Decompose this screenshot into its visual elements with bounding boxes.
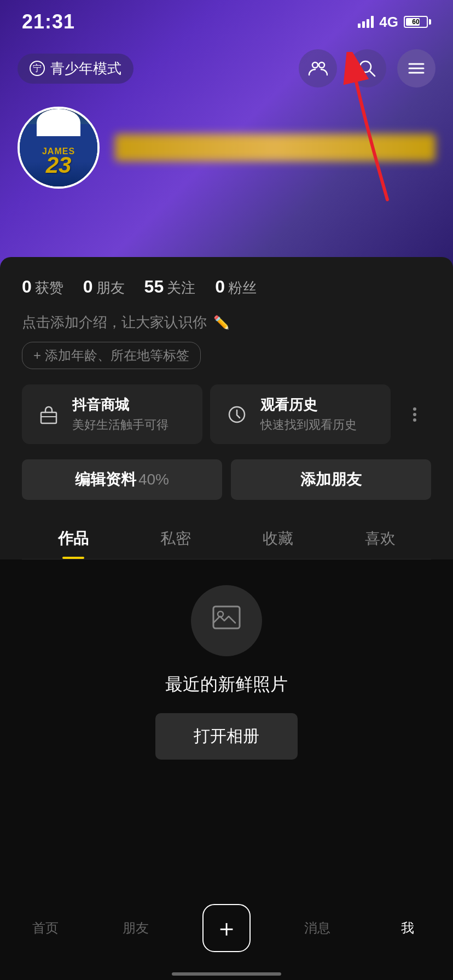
plus-icon: ＋ (214, 916, 239, 940)
stat-likes[interactable]: 0 获赞 (22, 277, 63, 298)
bio-text[interactable]: 点击添加介绍，让大家认识你 ✏️ (22, 313, 431, 332)
stat-friends[interactable]: 0 朋友 (83, 277, 125, 298)
bottom-nav: 首页 朋友 ＋ 消息 我 (0, 892, 453, 980)
svg-rect-13 (213, 606, 240, 628)
svg-point-1 (319, 62, 324, 68)
svg-point-2 (360, 61, 371, 72)
history-icon (223, 401, 251, 428)
svg-point-0 (312, 62, 318, 68)
signal-icon (358, 16, 374, 28)
stat-following[interactable]: 55 关注 (144, 277, 196, 298)
search-icon-button[interactable] (348, 49, 386, 88)
player-hood (37, 109, 80, 136)
empty-state: 最近的新鲜照片 打开相册 (0, 552, 453, 792)
nav-right-icons (299, 49, 435, 88)
stat-followers[interactable]: 0 粉丝 (215, 277, 257, 298)
profile-section: JAMES 23 (0, 107, 453, 189)
empty-title: 最近的新鲜照片 (165, 673, 288, 697)
add-tags-button[interactable]: + 添加年龄、所在地等标签 (22, 342, 201, 369)
status-icons: 4G 60 (358, 14, 431, 31)
feature-row: 抖音商城 美好生活触手可得 观看历史 快速找到观看历史 (22, 384, 431, 444)
youth-mode-button[interactable]: 宁 青少年模式 (18, 54, 133, 84)
history-card[interactable]: 观看历史 快速找到观看历史 (210, 384, 391, 444)
empty-icon-circle (191, 585, 262, 656)
search-icon (358, 59, 376, 78)
battery-icon: 60 (404, 16, 431, 28)
network-type: 4G (379, 14, 398, 31)
edit-profile-button[interactable]: 编辑资料 40% (22, 459, 222, 500)
avatar-row: JAMES 23 (18, 107, 435, 189)
stats-row: 0 获赞 0 朋友 55 关注 0 粉丝 (22, 277, 431, 298)
svg-point-11 (413, 413, 416, 416)
action-buttons: 编辑资料 40% 添加朋友 (22, 459, 431, 500)
shop-card[interactable]: 抖音商城 美好生活触手可得 (22, 384, 202, 444)
shop-text: 抖音商城 美好生活触手可得 (72, 395, 169, 433)
top-nav: 宁 青少年模式 (0, 46, 453, 90)
svg-rect-7 (41, 412, 56, 423)
username-blurred (115, 134, 435, 161)
hamburger-icon (407, 59, 426, 78)
status-time: 21:31 (22, 10, 75, 33)
nav-me[interactable]: 我 (362, 919, 453, 937)
friends-icon-button[interactable] (299, 49, 337, 88)
menu-icon-button[interactable] (397, 49, 435, 88)
shop-icon (35, 401, 62, 428)
avatar-image: JAMES 23 (20, 109, 97, 186)
add-friend-button[interactable]: 添加朋友 (231, 459, 431, 500)
open-album-button[interactable]: 打开相册 (155, 713, 298, 760)
edit-bio-icon: ✏️ (213, 315, 230, 330)
image-placeholder-icon (211, 602, 242, 640)
nav-friends[interactable]: 朋友 (91, 919, 182, 937)
youth-mode-icon: 宁 (30, 61, 45, 76)
history-text: 观看历史 快速找到观看历史 (260, 395, 357, 433)
more-features-button[interactable] (398, 398, 431, 431)
svg-point-10 (413, 407, 416, 411)
nav-create[interactable]: ＋ (181, 904, 272, 952)
nav-home[interactable]: 首页 (0, 919, 91, 937)
stats-panel: 0 获赞 0 朋友 55 关注 0 粉丝 点击添加介绍，让大家认识你 ✏️ + … (0, 257, 453, 559)
home-indicator (172, 972, 281, 976)
status-bar: 21:31 4G 60 (0, 0, 453, 44)
people-icon (308, 59, 328, 78)
avatar[interactable]: JAMES 23 (18, 107, 100, 189)
svg-point-12 (413, 418, 416, 422)
nav-messages[interactable]: 消息 (272, 919, 363, 937)
create-button[interactable]: ＋ (202, 904, 251, 952)
